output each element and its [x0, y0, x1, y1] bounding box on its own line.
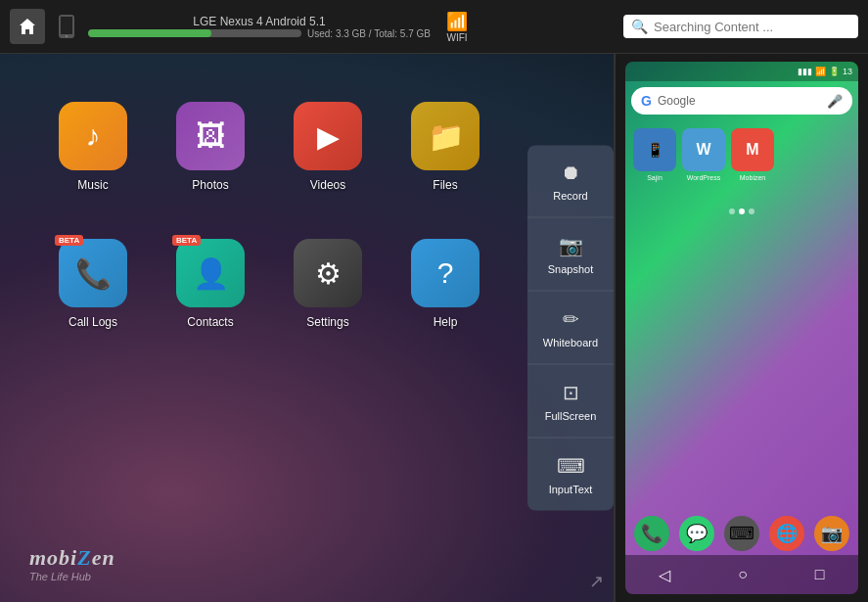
main-content: ♪ Music 🖼 Photos ▶ Videos 📁 Files BETA — [0, 54, 868, 602]
whiteboard-icon: ✏ — [563, 307, 579, 331]
search-input[interactable] — [654, 20, 850, 34]
mic-icon: 🎤 — [827, 94, 843, 109]
phone-nav-bar: ◁ ○ □ — [625, 555, 858, 594]
app-item-settings[interactable]: ⚙ Settings — [274, 220, 382, 347]
app-item-videos[interactable]: ▶ Videos — [274, 83, 382, 210]
beta-badge: BETA — [55, 235, 83, 246]
phone-bottom-apps: 📞 💬 ⌨ 🌐 📷 — [625, 516, 858, 551]
record-label: Record — [553, 190, 587, 202]
device-info: LGE Nexus 4 Android 5.1 Used: 3.3 GB / T… — [88, 15, 431, 39]
recents-button[interactable]: □ — [815, 566, 825, 583]
home-button[interactable] — [10, 9, 45, 44]
fullscreen-label: FullScreen — [545, 410, 597, 422]
app-item-files[interactable]: 📁 Files — [391, 83, 499, 210]
signal-icon: ▮▮▮ — [798, 67, 812, 76]
beta-badge: BETA — [172, 235, 201, 246]
music-label: Music — [77, 178, 108, 192]
wifi-section: 📶 WIFI — [446, 11, 468, 43]
files-label: Files — [433, 178, 457, 192]
phone-call-icon[interactable]: 📞 — [634, 516, 669, 551]
files-icon: 📁 — [411, 102, 480, 170]
inputtext-icon: ⌨ — [557, 454, 585, 478]
svg-rect-1 — [61, 17, 72, 34]
videos-label: Videos — [310, 178, 345, 192]
phone-dots — [625, 208, 858, 214]
phone-camera-icon[interactable]: 📷 — [814, 516, 849, 551]
sajin-icon: 📱 — [633, 128, 676, 171]
inputtext-label: InputText — [549, 484, 593, 495]
contacts-label: Contacts — [187, 315, 233, 329]
wordpress-icon: W — [682, 128, 725, 171]
toolbar-record[interactable]: ⏺ Record — [527, 146, 614, 218]
videos-icon: ▶ — [294, 102, 362, 170]
help-label: Help — [434, 315, 458, 329]
phone-apps-row: 📱 Sajin W WordPress M Mobi — [625, 120, 858, 189]
phone-mockup: ▮▮▮ 📶 🔋 13 G Google 🎤 📱 Sajin — [614, 54, 868, 602]
photos-label: Photos — [192, 178, 228, 192]
phone-status-bar: ▮▮▮ 📶 🔋 13 — [625, 62, 858, 81]
device-name: LGE Nexus 4 Android 5.1 — [88, 15, 431, 28]
contacts-icon: BETA 👤 — [176, 239, 245, 307]
calllogs-label: Call Logs — [69, 315, 117, 329]
storage-bar-fill — [88, 29, 211, 37]
top-bar: LGE Nexus 4 Android 5.1 Used: 3.3 GB / T… — [0, 0, 868, 54]
home-nav-button[interactable]: ○ — [738, 566, 748, 583]
storage-bar-container: Used: 3.3 GB / Total: 5.7 GB — [88, 28, 431, 39]
settings-icon: ⚙ — [294, 239, 362, 307]
dot-1 — [729, 208, 735, 214]
phone-keyboard-icon[interactable]: ⌨ — [724, 516, 759, 551]
toolbar-fullscreen[interactable]: ⊡ FullScreen — [527, 365, 614, 439]
time-display: 13 — [843, 67, 852, 76]
app-item-calllogs[interactable]: BETA 📞 Call Logs — [39, 220, 147, 347]
mobizen-logo: mobiZen — [29, 545, 115, 571]
side-toolbar: ⏺ Record 📷 Snapshot ✏ Whiteboard ⊡ FullS… — [527, 146, 614, 511]
help-icon: ? — [411, 239, 480, 307]
corner-arrow: ↗ — [589, 571, 604, 592]
dot-3 — [749, 208, 754, 214]
wifi-status-icon: 📶 — [815, 67, 826, 76]
battery-icon: 🔋 — [829, 67, 840, 76]
storage-text: Used: 3.3 GB / Total: 5.7 GB — [307, 28, 431, 39]
phone-google-bar[interactable]: G Google 🎤 — [631, 87, 852, 115]
search-icon: 🔍 — [631, 19, 648, 34]
photos-icon: 🖼 — [176, 102, 245, 170]
phone-app-sajin[interactable]: 📱 Sajin — [633, 128, 676, 181]
wifi-label: WIFI — [446, 32, 467, 43]
phone-icon — [55, 15, 78, 38]
record-icon: ⏺ — [561, 162, 580, 184]
phone-app-mobizen[interactable]: M Mobizen — [731, 128, 774, 181]
toolbar-inputtext[interactable]: ⌨ InputText — [527, 439, 614, 511]
mobizen-app-label: Mobizen — [740, 174, 765, 181]
music-icon: ♪ — [59, 102, 127, 170]
google-text: Google — [658, 94, 696, 108]
wordpress-label: WordPress — [687, 174, 721, 181]
phone-chat-icon[interactable]: 💬 — [679, 516, 714, 551]
mobizen-tagline: The Life Hub — [29, 571, 115, 582]
search-bar[interactable]: 🔍 — [623, 15, 858, 38]
wifi-icon: 📶 — [446, 11, 468, 32]
svg-point-2 — [66, 35, 68, 37]
back-button[interactable]: ◁ — [659, 566, 670, 584]
app-item-help[interactable]: ? Help — [391, 220, 499, 347]
phone-chrome-icon[interactable]: 🌐 — [769, 516, 804, 551]
snapshot-icon: 📷 — [559, 234, 583, 257]
fullscreen-icon: ⊡ — [563, 381, 579, 404]
app-grid: ♪ Music 🖼 Photos ▶ Videos 📁 Files BETA — [0, 54, 538, 377]
phone-inner: ▮▮▮ 📶 🔋 13 G Google 🎤 📱 Sajin — [625, 62, 858, 594]
mobizen-brand: mobiZen The Life Hub — [29, 545, 115, 582]
phone-screen: ▮▮▮ 📶 🔋 13 G Google 🎤 📱 Sajin — [625, 62, 858, 594]
app-item-contacts[interactable]: BETA 👤 Contacts — [157, 220, 264, 347]
app-item-photos[interactable]: 🖼 Photos — [157, 83, 264, 210]
app-item-music[interactable]: ♪ Music — [39, 83, 147, 210]
dot-2 — [739, 208, 745, 214]
whiteboard-label: Whiteboard — [543, 337, 598, 348]
google-logo: G — [641, 93, 652, 109]
toolbar-snapshot[interactable]: 📷 Snapshot — [527, 218, 614, 292]
snapshot-label: Snapshot — [548, 263, 593, 275]
phone-app-wordpress[interactable]: W WordPress — [682, 128, 725, 181]
mobizen-app-icon: M — [731, 128, 774, 171]
storage-bar-bg — [88, 29, 301, 37]
settings-label: Settings — [306, 315, 348, 329]
toolbar-whiteboard[interactable]: ✏ Whiteboard — [527, 292, 614, 365]
calllogs-icon: BETA 📞 — [59, 239, 127, 307]
